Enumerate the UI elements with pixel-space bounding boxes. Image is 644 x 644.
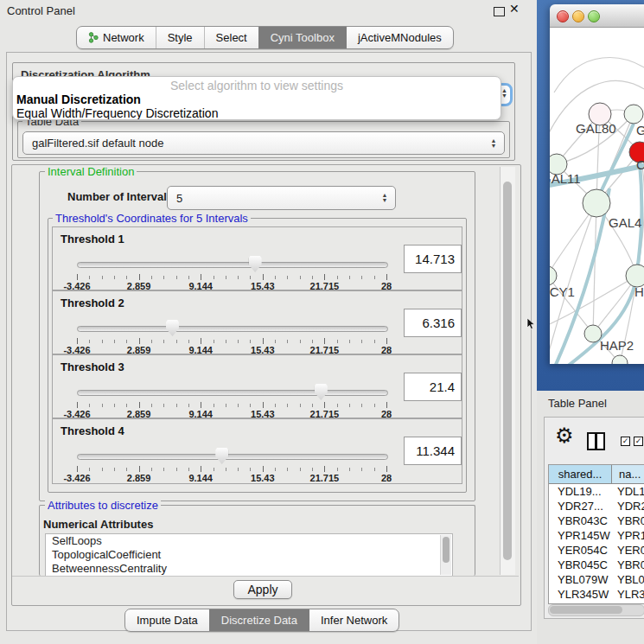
apply-button[interactable]: Apply — [233, 580, 292, 599]
horizontal-scrollbar[interactable] — [548, 604, 644, 616]
checkbox-icon[interactable]: ✓ — [634, 437, 643, 446]
tab-infer-network[interactable]: Infer Network — [309, 609, 399, 631]
attribute-items: SelfLoopsTopologicalCoefficientBetweenne… — [46, 534, 452, 576]
combo-spinner-icon: ▲▼ — [378, 193, 395, 203]
close-icon[interactable]: ✕ — [509, 2, 520, 16]
slider-ticks — [77, 338, 386, 345]
tab-impute-data[interactable]: Impute Data — [125, 609, 209, 631]
network-node-label: GA — [636, 123, 644, 137]
dropdown-option-manual[interactable]: Manual Discretization — [13, 92, 501, 106]
number-of-intervals-combobox[interactable]: 5 ▲▼ — [167, 186, 396, 210]
network-node[interactable] — [583, 189, 610, 217]
attribute-item[interactable]: TopologicalCoefficient — [46, 548, 452, 562]
network-node[interactable] — [624, 105, 643, 124]
numerical-attributes-list[interactable]: SelfLoopsTopologicalCoefficientBetweenne… — [45, 533, 453, 577]
slider-thumb[interactable] — [249, 256, 262, 272]
threshold-4-value[interactable]: 11.344 — [404, 437, 462, 465]
checkbox-icon[interactable]: ✓ — [621, 437, 630, 446]
number-of-intervals-value: 5 — [168, 192, 378, 205]
table-row[interactable]: YBL079WYBL0... — [549, 572, 644, 587]
tab-style[interactable]: Style — [156, 27, 204, 48]
table-panel-title: Table Panel — [548, 397, 607, 410]
network-edge — [554, 58, 644, 92]
network-node[interactable] — [584, 325, 602, 342]
slider-track[interactable] — [77, 390, 388, 396]
table-browser: ⚙ ✓ ✓ shared... na... YDL19...YDL1...YDR… — [544, 417, 644, 619]
tab-discretize-data[interactable]: Discretize Data — [209, 609, 309, 631]
combo-spinner-icon: ▲▼ — [487, 138, 504, 149]
threshold-3-value[interactable]: 21.4 — [404, 373, 462, 401]
network-node-label: GAL80 — [576, 121, 616, 136]
table-row[interactable]: YBR043CYBR0... — [549, 513, 644, 528]
slider-ticks — [77, 402, 386, 409]
tab-network-label: Network — [103, 27, 144, 48]
table-row[interactable]: YDL19...YDL1... — [549, 484, 644, 499]
slider-track[interactable] — [77, 454, 388, 460]
network-icon — [88, 32, 99, 43]
threshold-4-box: Threshold 4 -3.4262.8599.14415.4321.7152… — [52, 418, 462, 484]
zoom-traffic-light[interactable] — [588, 10, 600, 22]
vertical-scrollbar[interactable] — [500, 167, 515, 575]
slider-thumb[interactable] — [315, 384, 328, 400]
column-header-shared-name[interactable]: shared... — [549, 465, 612, 483]
network-node-label: H — [634, 284, 644, 299]
slider-thumb[interactable] — [166, 320, 179, 336]
network-canvas[interactable]: GAL80GACGAL11GAL4GCY1HHAP2 — [550, 28, 644, 364]
dropdown-option-equal-width[interactable]: Equal Width/Frequency Discretization — [13, 106, 501, 120]
table-row[interactable]: YDR27...YDR2... — [549, 499, 644, 513]
attributes-group-title: Attributes to discretize — [45, 499, 161, 512]
slider-thumb[interactable] — [215, 448, 228, 464]
minimize-traffic-light[interactable] — [572, 10, 584, 22]
node-table: shared... na... YDL19...YDL1...YDR27...Y… — [548, 464, 644, 604]
control-panel-title: Control Panel — [7, 4, 75, 17]
slider-ticks — [77, 274, 386, 281]
screenshot-root: Control Panel ✕ Network Style Select Cyn… — [0, 0, 644, 644]
slider-track[interactable] — [77, 262, 388, 268]
tab-network[interactable]: Network — [77, 27, 156, 48]
split-columns-icon[interactable] — [587, 432, 605, 450]
attribute-item[interactable]: BetweennessCentrality — [46, 562, 452, 576]
slider-ticks — [77, 466, 386, 473]
vertical-scrollbar-thumb[interactable] — [503, 182, 512, 560]
list-scrollbar-thumb[interactable] — [443, 537, 450, 563]
threshold-2-label: Threshold 2 — [61, 296, 124, 309]
table-row[interactable]: YBR045CYBR0... — [549, 558, 644, 572]
threshold-4-slider[interactable]: -3.4262.8599.14415.4321.71528 — [77, 447, 386, 478]
network-node[interactable] — [550, 266, 557, 285]
table-data-combobox[interactable]: galFiltered.sif default node ▲▼ — [22, 131, 505, 155]
slider-track[interactable] — [77, 326, 388, 332]
algorithm-dropdown-popup: Select algorithm to view settings Manual… — [12, 76, 501, 120]
interval-definition-title: Interval Definition — [45, 165, 137, 178]
mouse-cursor — [526, 318, 537, 333]
bottom-tabbar: Impute Data Discretize Data Infer Networ… — [124, 609, 399, 632]
gear-icon[interactable]: ⚙ — [555, 424, 574, 448]
float-window-icon[interactable] — [494, 7, 505, 16]
threshold-1-box: Threshold 1 -3.4262.8599.14415.4321.7152… — [52, 226, 462, 290]
tab-select[interactable]: Select — [204, 27, 258, 48]
close-traffic-light[interactable] — [557, 10, 569, 22]
threshold-4-label: Threshold 4 — [61, 424, 124, 437]
list-scrollbar[interactable] — [440, 535, 451, 575]
threshold-2-slider[interactable]: -3.4262.8599.14415.4321.71528 — [77, 319, 386, 350]
attribute-item[interactable]: SelfLoops — [46, 534, 452, 548]
threshold-3-label: Threshold 3 — [61, 360, 124, 373]
threshold-3-box: Threshold 3 -3.4262.8599.14415.4321.7152… — [52, 354, 462, 418]
threshold-1-value[interactable]: 14.713 — [404, 245, 462, 273]
threshold-2-box: Threshold 2 -3.4262.8599.14415.4321.7152… — [52, 290, 462, 354]
network-node-label: GAL4 — [609, 215, 641, 230]
algorithm-placeholder: Select algorithm to view settings — [13, 77, 501, 92]
tab-cyni-toolbox[interactable]: Cyni Toolbox — [258, 27, 346, 48]
threshold-3-slider[interactable]: -3.4262.8599.14415.4321.71528 — [77, 383, 386, 414]
horizontal-scrollbar-thumb[interactable] — [550, 606, 622, 614]
network-node-label: C — [636, 157, 644, 172]
threshold-2-value[interactable]: 6.316 — [404, 309, 462, 337]
table-row[interactable]: YER054CYER0... — [549, 543, 644, 558]
slider-tick-labels: -3.4262.8599.14415.4321.71528 — [77, 473, 386, 483]
table-row[interactable]: YPR145WYPR1... — [549, 528, 644, 543]
table-row[interactable]: YLR345WYLR3... — [549, 587, 644, 602]
column-header-name[interactable]: na... — [612, 465, 644, 483]
number-of-intervals-label: Number of Intervals — [67, 190, 173, 203]
threshold-1-slider[interactable]: -3.4262.8599.14415.4321.71528 — [77, 255, 386, 286]
network-window-titlebar[interactable] — [550, 4, 644, 28]
tab-jactivemnodules[interactable]: jActiveMNodules — [346, 27, 453, 48]
